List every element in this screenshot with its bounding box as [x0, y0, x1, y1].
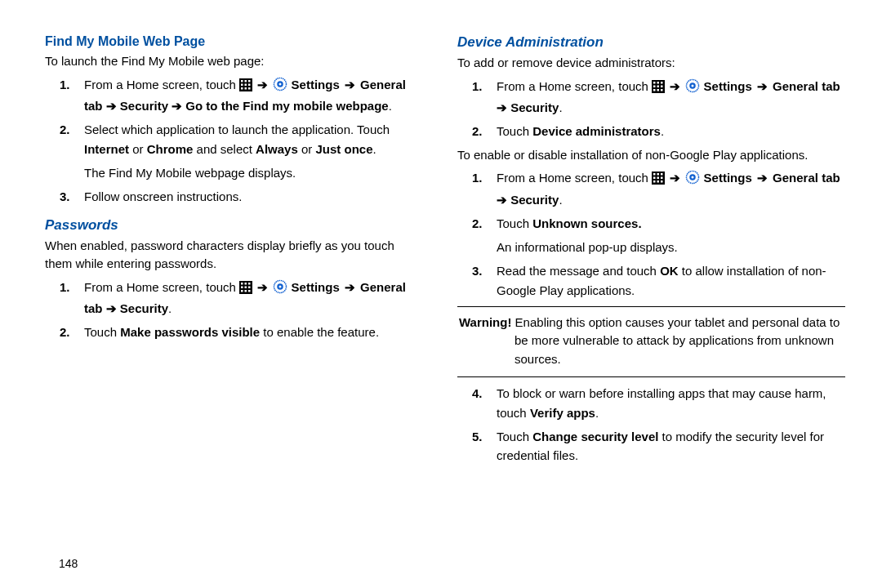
step-number: 4.	[472, 384, 483, 403]
step-2: 2. Touch Make passwords visible to enabl…	[84, 323, 425, 341]
svg-rect-46	[653, 180, 656, 183]
svg-point-38	[692, 84, 694, 87]
arrow-icon: ➔	[257, 75, 268, 94]
steps-device-admin: 1. From a Home screen, touch ➔ Settings …	[457, 77, 845, 141]
svg-rect-34	[657, 89, 660, 91]
step-5: 5. Touch Change security level to modify…	[497, 427, 845, 466]
heading-find-my-mobile: Find My Mobile Web Page	[45, 34, 425, 49]
arrow-icon: ➔	[345, 278, 355, 296]
step-1: 1. From a Home screen, touch ➔ Settings …	[497, 77, 845, 118]
non-google-intro: To enable or disable installation of non…	[457, 146, 845, 164]
step-number: 1.	[472, 77, 483, 96]
svg-rect-7	[241, 87, 243, 90]
svg-rect-16	[248, 283, 251, 285]
svg-rect-1	[241, 80, 243, 82]
step-2: 2. Touch Unknown sources. An information…	[497, 214, 845, 257]
settings-label: Settings	[292, 78, 343, 91]
step-number: 3.	[472, 261, 483, 280]
warning-body: Enabling this option causes your tablet …	[511, 315, 840, 366]
arrow-icon: ➔	[670, 168, 680, 187]
svg-rect-28	[657, 82, 660, 84]
svg-point-12	[279, 82, 282, 85]
passwords-intro: When enabled, password characters displa…	[45, 237, 425, 273]
svg-rect-19	[248, 286, 251, 288]
svg-rect-45	[661, 177, 663, 180]
apps-grid-icon	[652, 171, 665, 189]
step-3: 3. Follow onscreen instructions.	[84, 187, 425, 206]
right-column: Device Administration To add or remove d…	[449, 33, 853, 580]
step-1: 1. From a Home screen, touch ➔ Settings …	[84, 75, 425, 116]
svg-rect-27	[653, 82, 656, 84]
apps-grid-icon	[239, 78, 252, 96]
svg-rect-22	[248, 290, 251, 292]
step-number: 2.	[60, 323, 70, 341]
svg-rect-40	[653, 173, 656, 176]
svg-rect-3	[248, 80, 251, 82]
svg-point-51	[692, 176, 694, 179]
settings-gear-icon	[685, 170, 700, 189]
warning-label: Warning!	[459, 315, 511, 329]
svg-rect-41	[657, 173, 660, 176]
heading-passwords: Passwords	[45, 217, 425, 234]
step-1: 1. From a Home screen, touch ➔ Settings …	[497, 168, 845, 209]
step-number: 2.	[472, 214, 483, 233]
step-text-prefix: From a Home screen, touch	[84, 78, 239, 91]
svg-rect-21	[245, 290, 247, 292]
svg-rect-6	[248, 83, 251, 86]
svg-rect-20	[241, 290, 243, 292]
svg-rect-5	[245, 83, 247, 86]
manual-page: Find My Mobile Web Page To launch the Fi…	[0, 0, 882, 588]
steps-non-google-cont: 4. To block or warn before installing ap…	[457, 384, 845, 465]
svg-rect-44	[657, 177, 660, 180]
settings-gear-icon	[685, 78, 700, 98]
steps-non-google: 1. From a Home screen, touch ➔ Settings …	[457, 168, 845, 300]
svg-rect-48	[661, 180, 663, 183]
svg-rect-32	[661, 85, 663, 87]
step-number: 1.	[60, 278, 70, 296]
svg-rect-47	[657, 180, 660, 183]
step-3: 3. Read the message and touch OK to allo…	[497, 261, 845, 300]
device-admin-intro: To add or remove device administrators:	[457, 54, 845, 72]
arrow-icon: ➔	[757, 77, 768, 96]
steps-passwords: 1. From a Home screen, touch ➔ Settings …	[45, 278, 425, 342]
svg-rect-8	[245, 87, 247, 90]
step-number: 1.	[472, 168, 483, 187]
svg-rect-9	[248, 87, 251, 90]
warning-box: Warning! Enabling this option causes you…	[457, 306, 845, 378]
svg-point-25	[279, 285, 282, 287]
step-number: 2.	[472, 122, 483, 140]
arrow-icon: ➔	[345, 75, 355, 94]
step-number: 1.	[60, 75, 70, 94]
left-column: Find My Mobile Web Page To launch the Fi…	[45, 33, 449, 580]
step-number: 5.	[472, 427, 483, 446]
svg-rect-29	[661, 82, 663, 84]
step-2: 2. Select which application to launch th…	[84, 120, 425, 182]
steps-find-my-mobile: 1. From a Home screen, touch ➔ Settings …	[45, 75, 425, 207]
arrow-icon: ➔	[670, 77, 680, 96]
svg-rect-33	[653, 89, 656, 91]
intro-text: To launch the Find My Mobile web page:	[45, 52, 425, 70]
arrow-icon: ➔	[257, 278, 268, 296]
step-1: 1. From a Home screen, touch ➔ Settings …	[84, 278, 425, 318]
arrow-icon: ➔	[757, 168, 768, 187]
svg-rect-31	[657, 85, 660, 87]
apps-grid-icon	[652, 79, 665, 98]
heading-device-admin: Device Administration	[457, 34, 845, 51]
step-number: 3.	[60, 187, 70, 206]
settings-gear-icon	[273, 279, 287, 299]
apps-grid-icon	[239, 280, 252, 299]
step-2-followup: The Find My Mobile webpage displays.	[84, 163, 425, 182]
svg-rect-35	[661, 89, 663, 91]
svg-rect-4	[241, 83, 243, 86]
svg-rect-15	[245, 283, 247, 285]
step-4: 4. To block or warn before installing ap…	[497, 384, 845, 422]
step-2: 2. Touch Device administrators.	[497, 122, 845, 140]
step-2-followup: An informational pop-up displays.	[497, 238, 845, 256]
svg-rect-17	[241, 286, 243, 288]
svg-rect-42	[661, 173, 663, 176]
page-number: 148	[59, 557, 78, 570]
settings-gear-icon	[273, 77, 287, 96]
step-number: 2.	[60, 120, 70, 139]
svg-rect-2	[245, 80, 247, 82]
svg-rect-18	[245, 286, 247, 288]
